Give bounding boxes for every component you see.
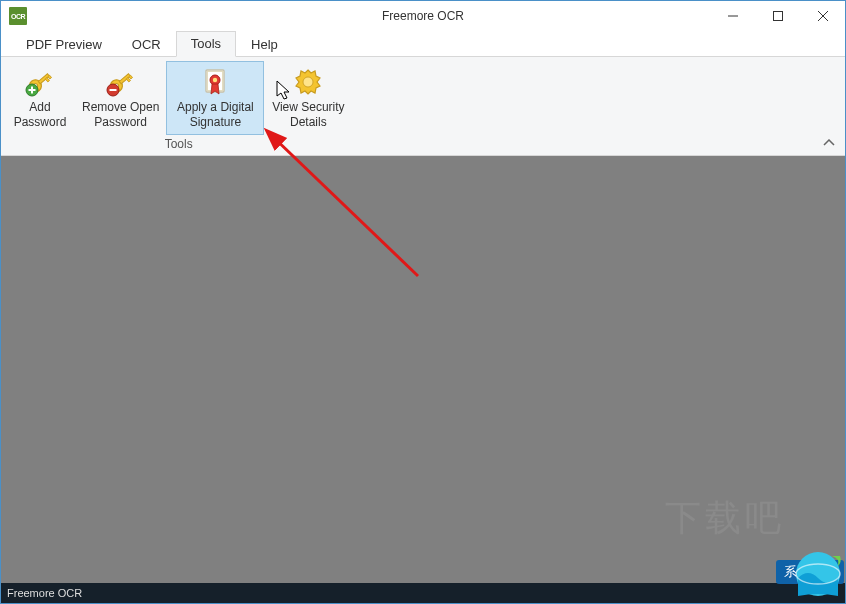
maximize-icon bbox=[773, 11, 783, 21]
ribbon-group-tools: Add Password bbox=[5, 61, 352, 153]
tab-label: Help bbox=[251, 37, 278, 52]
svg-point-22 bbox=[213, 78, 217, 82]
shield-badge-icon bbox=[292, 66, 324, 98]
svg-rect-8 bbox=[48, 75, 52, 79]
remove-open-password-button[interactable]: Remove Open Password bbox=[75, 61, 166, 135]
close-icon bbox=[818, 11, 828, 21]
apply-digital-signature-button[interactable]: Apply a Digital Signature bbox=[166, 61, 264, 135]
close-button[interactable] bbox=[800, 1, 845, 31]
statusbar: Freemore OCR bbox=[1, 583, 845, 603]
certificate-icon bbox=[199, 66, 231, 98]
faint-watermark: 下载吧 bbox=[665, 494, 785, 543]
maximize-button[interactable] bbox=[755, 1, 800, 31]
ribbon-button-label: Remove Open Password bbox=[82, 100, 159, 132]
ribbon-button-label: Apply a Digital Signature bbox=[177, 100, 254, 132]
ribbon-group-label: Tools bbox=[5, 137, 352, 151]
add-password-button[interactable]: Add Password bbox=[5, 61, 75, 135]
titlebar: OCR Freemore OCR bbox=[1, 1, 845, 31]
svg-rect-1 bbox=[773, 12, 782, 21]
tab-label: Tools bbox=[191, 36, 221, 51]
minimize-button[interactable] bbox=[710, 1, 755, 31]
statusbar-text: Freemore OCR bbox=[7, 587, 82, 599]
window-title: Freemore OCR bbox=[382, 9, 464, 23]
ribbon-button-label: View Security Details bbox=[272, 100, 344, 132]
tab-label: PDF Preview bbox=[26, 37, 102, 52]
svg-point-23 bbox=[303, 77, 313, 87]
tab-help[interactable]: Help bbox=[236, 32, 293, 57]
key-remove-icon bbox=[105, 66, 137, 98]
watermark-globe-icon bbox=[792, 548, 844, 600]
minimize-icon bbox=[728, 11, 738, 21]
app-icon-text: OCR bbox=[11, 13, 25, 20]
ribbon-collapse-button[interactable] bbox=[819, 135, 839, 151]
view-security-details-button[interactable]: View Security Details bbox=[264, 61, 352, 135]
svg-rect-16 bbox=[129, 75, 133, 79]
chevron-up-icon bbox=[823, 139, 835, 147]
menubar: PDF Preview OCR Tools Help bbox=[1, 31, 845, 57]
tab-ocr[interactable]: OCR bbox=[117, 32, 176, 57]
tab-pdf-preview[interactable]: PDF Preview bbox=[11, 32, 117, 57]
ribbon: Add Password bbox=[1, 57, 845, 156]
app-icon: OCR bbox=[9, 7, 27, 25]
window-controls bbox=[710, 1, 845, 31]
ribbon-button-label: Add Password bbox=[14, 100, 67, 132]
tab-tools[interactable]: Tools bbox=[176, 31, 236, 57]
app-window: OCR Freemore OCR PDF Preview OCR Tools H… bbox=[0, 0, 846, 604]
key-add-icon bbox=[24, 66, 56, 98]
content-area: 下载吧 bbox=[1, 156, 845, 583]
tab-label: OCR bbox=[132, 37, 161, 52]
